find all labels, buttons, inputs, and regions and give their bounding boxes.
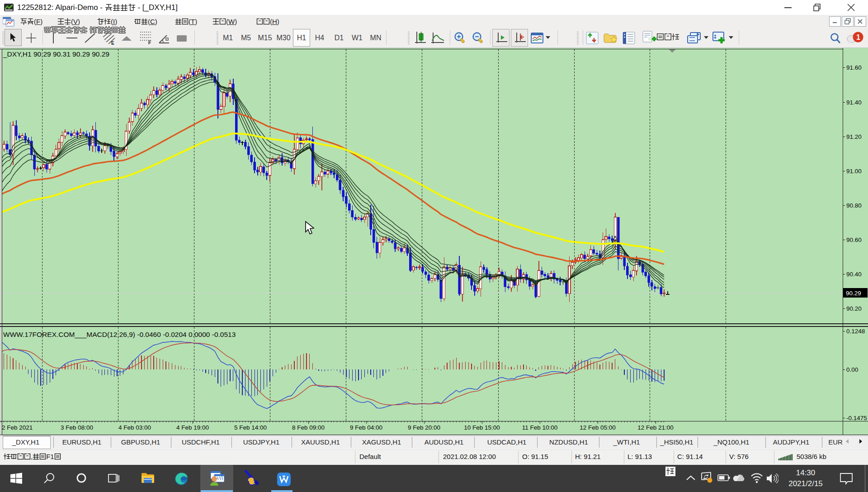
svg-text:90.20: 90.20 xyxy=(846,305,862,312)
svg-text:E: E xyxy=(111,41,114,45)
svg-text:9 Feb 20:00: 9 Feb 20:00 xyxy=(408,424,440,431)
svg-text:8 Feb 09:00: 8 Feb 09:00 xyxy=(292,424,325,431)
svg-text:4 Feb 03:00: 4 Feb 03:00 xyxy=(118,424,151,431)
svg-text:91.40: 91.40 xyxy=(846,99,862,106)
svg-text:4 Feb 19:00: 4 Feb 19:00 xyxy=(176,424,209,431)
svg-text:90.60: 90.60 xyxy=(846,237,862,243)
svg-text:-0.1475: -0.1475 xyxy=(846,415,867,421)
svg-text:3 Feb 08:00: 3 Feb 08:00 xyxy=(61,424,93,431)
svg-text:F: F xyxy=(148,40,151,45)
svg-text:9 Feb 04:00: 9 Feb 04:00 xyxy=(350,424,382,431)
svg-text:90.29: 90.29 xyxy=(846,290,861,297)
svg-text:0.1248: 0.1248 xyxy=(846,328,865,335)
svg-text:91.60: 91.60 xyxy=(846,64,862,71)
svg-text:2 Feb 2021: 2 Feb 2021 xyxy=(2,424,33,431)
svg-text:12 Feb 21:00: 12 Feb 21:00 xyxy=(637,424,674,431)
svg-text:1: 1 xyxy=(856,33,860,41)
svg-text:0.00: 0.00 xyxy=(846,366,858,373)
svg-text:WWW.17FOREX.COM___MACD(12,26,9: WWW.17FOREX.COM___MACD(12,26,9) -0.0460 … xyxy=(3,331,236,338)
svg-text:12 Feb 05:00: 12 Feb 05:00 xyxy=(580,424,616,431)
svg-text:90.80: 90.80 xyxy=(846,202,862,209)
svg-text:91.20: 91.20 xyxy=(846,133,862,140)
svg-text:5 Feb 14:00: 5 Feb 14:00 xyxy=(234,424,267,431)
svg-text:91.00: 91.00 xyxy=(846,168,862,175)
svg-text:11 Feb 10:00: 11 Feb 10:00 xyxy=(522,424,558,431)
svg-text:90.40: 90.40 xyxy=(846,271,862,278)
svg-text:10 Feb 15:00: 10 Feb 15:00 xyxy=(464,424,500,431)
svg-text:_DXY,H1 90.29 90.31 90.29 90.: _DXY,H1 90.29 90.31 90.29 90.29 xyxy=(3,50,109,58)
